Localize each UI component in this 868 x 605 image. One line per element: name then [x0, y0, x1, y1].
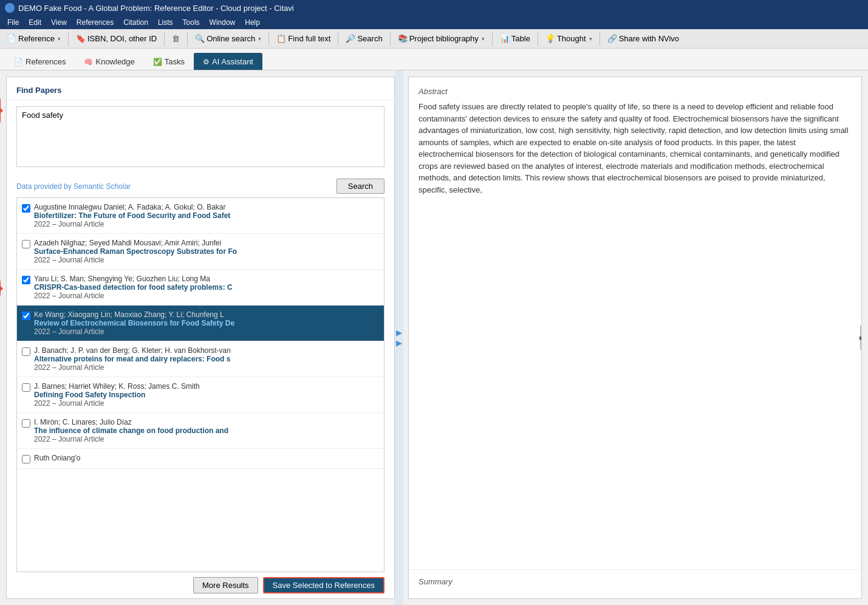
result-authors: Azadeh Nilghaz; Seyed Mahdi Mousavi; Ami… — [34, 239, 379, 247]
result-checkbox[interactable] — [22, 347, 30, 356]
online-search-button[interactable]: 🔍 Online search — [191, 31, 265, 47]
list-item[interactable]: Augustine Innalegwu Daniel; A. Fadaka; A… — [17, 198, 384, 234]
result-content: J. Banach; J. P. van der Berg; G. Kleter… — [34, 346, 379, 372]
more-results-button[interactable]: More Results — [193, 577, 258, 593]
list-item[interactable]: Ruth Oniang'o — [17, 449, 384, 469]
result-content: Ke Wang; Xiaogang Lin; Maoxiao Zhang; Y.… — [34, 310, 379, 336]
isbn-icon: 🔖 — [76, 34, 86, 43]
result-checkbox[interactable] — [22, 419, 30, 428]
result-checkbox[interactable] — [22, 455, 30, 463]
menu-file[interactable]: File — [2, 17, 24, 28]
menu-window[interactable]: Window — [205, 17, 241, 28]
data-provider-row: Data provided by Semantic Scholar Search — [7, 175, 394, 197]
callout-search-terms: Enter your search term(s) — [0, 95, 1, 126]
result-content: J. Barnes; Harriet Whiley; K. Ross; Jame… — [34, 382, 379, 408]
search-button[interactable]: Search — [337, 179, 384, 194]
result-authors: J. Barnes; Harriet Whiley; K. Ross; Jame… — [34, 382, 379, 391]
middle-handle[interactable]: ▶ ▶ — [395, 70, 403, 605]
result-authors: Ruth Oniang'o — [34, 454, 379, 462]
result-checkbox[interactable] — [22, 276, 30, 284]
right-expand-handle[interactable]: ▶▶ — [860, 326, 862, 350]
find-papers-header: Find Papers — [7, 77, 394, 100]
list-item[interactable]: I. Mirón; C. Linares; Julio DíazThe infl… — [17, 413, 384, 449]
result-title[interactable]: Surface-Enhanced Raman Spectroscopy Subs… — [34, 247, 379, 256]
result-title[interactable]: Biofertilizer: The Future of Food Securi… — [34, 211, 379, 220]
separator — [187, 32, 188, 46]
save-selected-button[interactable]: Save Selected to References — [263, 577, 384, 593]
abstract-label: Abstract — [419, 87, 852, 96]
menu-tools[interactable]: Tools — [178, 17, 205, 28]
separator — [338, 32, 338, 46]
tab-references[interactable]: 📄 References — [5, 53, 75, 70]
knowledge-tab-icon: 🧠 — [84, 58, 93, 66]
search-button-toolbar[interactable]: 🔎 Search — [341, 31, 386, 47]
project-bibliography-button[interactable]: 📚 Project bibliography — [394, 31, 489, 47]
tab-tasks[interactable]: ✅ Tasks — [144, 53, 194, 70]
isbn-doi-button[interactable]: 🔖 ISBN, DOI, other ID — [72, 31, 161, 47]
result-checkbox[interactable] — [22, 312, 30, 320]
share-icon: 🔗 — [607, 34, 617, 43]
list-item[interactable]: Ke Wang; Xiaogang Lin; Maoxiao Zhang; Y.… — [17, 306, 384, 341]
menu-edit[interactable]: Edit — [24, 17, 46, 28]
result-checkbox[interactable] — [22, 383, 30, 392]
main-content: Enter your search term(s) Select referen… — [0, 70, 868, 605]
title-bar: DEMO Fake Food - A Global Problem: Refer… — [0, 0, 868, 16]
ai-assistant-tab-icon: ⚙ — [203, 58, 210, 66]
separator — [164, 32, 165, 46]
table-icon: 📊 — [500, 34, 510, 43]
menu-view[interactable]: View — [46, 17, 72, 28]
separator — [600, 32, 600, 46]
result-checkbox[interactable] — [22, 240, 30, 248]
chevron-right-icon: ▶ — [396, 328, 402, 337]
menu-help[interactable]: Help — [240, 17, 265, 28]
search-area — [7, 100, 394, 175]
separator — [390, 32, 391, 46]
result-title[interactable]: Review of Electrochemical Biosensors for… — [34, 319, 379, 327]
summary-label: Summary — [419, 577, 852, 586]
trash-icon: 🗑 — [172, 34, 180, 43]
results-list[interactable]: Augustine Innalegwu Daniel; A. Fadaka; A… — [16, 197, 384, 572]
result-title[interactable]: CRISPR-Cas-based detection for food safe… — [34, 283, 379, 292]
bibliography-icon: 📚 — [398, 34, 408, 43]
left-panel: Enter your search term(s) Select referen… — [6, 77, 395, 599]
list-item[interactable]: J. Barnes; Harriet Whiley; K. Ross; Jame… — [17, 377, 384, 413]
table-button[interactable]: 📊 Table — [496, 31, 535, 47]
result-title[interactable]: The influence of climate change on food … — [34, 426, 379, 435]
menu-lists[interactable]: Lists — [153, 17, 178, 28]
app-icon — [5, 3, 15, 13]
summary-section: Summary — [409, 569, 861, 598]
data-provider-label: Data provided by Semantic Scholar — [16, 182, 131, 191]
result-title[interactable]: Alternative proteins for meat and dairy … — [34, 355, 379, 363]
result-meta: 2022 – Journal Article — [34, 363, 379, 372]
separator — [68, 32, 69, 46]
reference-button[interactable]: 📄 Reference — [2, 31, 65, 47]
list-item[interactable]: Yaru Li; S. Man; Shengying Ye; Guozhen L… — [17, 270, 384, 306]
tab-ai-assistant[interactable]: ⚙ AI Assistant — [194, 53, 262, 70]
menu-bar: File Edit View References Citation Lists… — [0, 16, 868, 29]
menu-references[interactable]: References — [72, 17, 118, 28]
separator — [268, 32, 269, 46]
online-search-icon: 🔍 — [195, 34, 205, 43]
find-full-text-button[interactable]: 📋 Find full text — [272, 31, 335, 47]
result-meta: 2022 – Journal Article — [34, 399, 379, 408]
callout-select-refs: Select reference(s) — [0, 278, 1, 299]
result-meta: 2022 – Journal Article — [34, 435, 379, 443]
result-checkbox[interactable] — [22, 204, 30, 213]
share-nvivo-button[interactable]: 🔗 Share with NVivo — [603, 31, 683, 47]
result-title[interactable]: Defining Food Safety Inspection — [34, 391, 379, 399]
separator — [538, 32, 538, 46]
abstract-section: Abstract Food safety issues are directly… — [409, 77, 861, 569]
thought-button[interactable]: 💡 Thought — [541, 31, 596, 47]
result-meta: 2022 – Journal Article — [34, 327, 379, 336]
list-item[interactable]: Azadeh Nilghaz; Seyed Mahdi Mousavi; Ami… — [17, 234, 384, 270]
delete-button[interactable]: 🗑 — [168, 31, 184, 47]
result-meta: 2022 – Journal Article — [34, 256, 379, 264]
right-panel: Abstract Food safety issues are directly… — [408, 77, 862, 599]
list-item[interactable]: J. Banach; J. P. van der Berg; G. Kleter… — [17, 341, 384, 377]
result-content: Azadeh Nilghaz; Seyed Mahdi Mousavi; Ami… — [34, 239, 379, 264]
tab-knowledge[interactable]: 🧠 Knowledge — [75, 53, 143, 70]
menu-citation[interactable]: Citation — [118, 17, 153, 28]
search-toolbar-icon: 🔎 — [346, 34, 355, 43]
thought-icon: 💡 — [545, 34, 555, 43]
search-input[interactable] — [16, 106, 384, 167]
